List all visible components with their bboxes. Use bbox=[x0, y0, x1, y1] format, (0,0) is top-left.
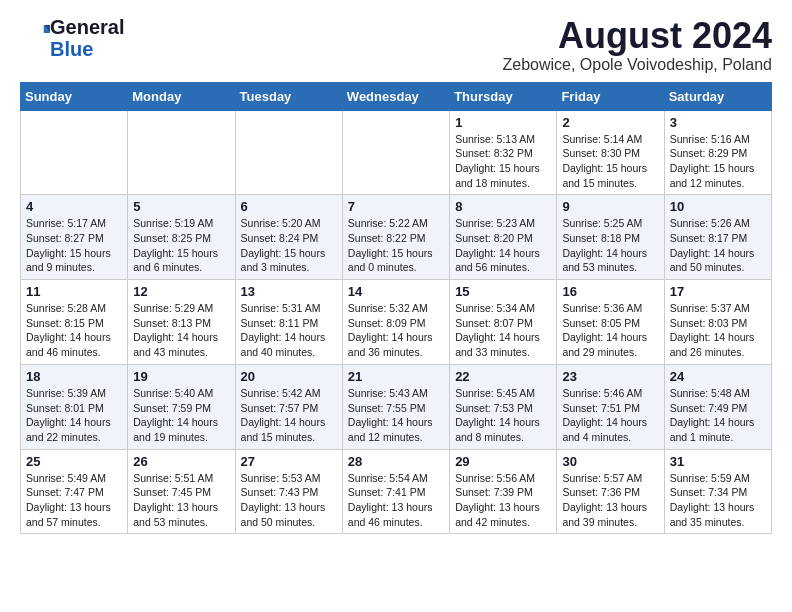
day-cell-25: 25Sunrise: 5:49 AM Sunset: 7:47 PM Dayli… bbox=[21, 449, 128, 534]
day-number: 12 bbox=[133, 284, 229, 299]
day-cell-22: 22Sunrise: 5:45 AM Sunset: 7:53 PM Dayli… bbox=[450, 364, 557, 449]
day-number: 30 bbox=[562, 454, 658, 469]
day-info: Sunrise: 5:36 AM Sunset: 8:05 PM Dayligh… bbox=[562, 301, 658, 360]
day-info: Sunrise: 5:20 AM Sunset: 8:24 PM Dayligh… bbox=[241, 216, 337, 275]
calendar-header-row: SundayMondayTuesdayWednesdayThursdayFrid… bbox=[21, 82, 772, 110]
day-number: 11 bbox=[26, 284, 122, 299]
col-header-tuesday: Tuesday bbox=[235, 82, 342, 110]
day-number: 19 bbox=[133, 369, 229, 384]
calendar-week-1: 1Sunrise: 5:13 AM Sunset: 8:32 PM Daylig… bbox=[21, 110, 772, 195]
day-cell-10: 10Sunrise: 5:26 AM Sunset: 8:17 PM Dayli… bbox=[664, 195, 771, 280]
day-number: 28 bbox=[348, 454, 444, 469]
day-cell-9: 9Sunrise: 5:25 AM Sunset: 8:18 PM Daylig… bbox=[557, 195, 664, 280]
day-info: Sunrise: 5:23 AM Sunset: 8:20 PM Dayligh… bbox=[455, 216, 551, 275]
day-info: Sunrise: 5:29 AM Sunset: 8:13 PM Dayligh… bbox=[133, 301, 229, 360]
day-cell-19: 19Sunrise: 5:40 AM Sunset: 7:59 PM Dayli… bbox=[128, 364, 235, 449]
day-info: Sunrise: 5:56 AM Sunset: 7:39 PM Dayligh… bbox=[455, 471, 551, 530]
day-info: Sunrise: 5:48 AM Sunset: 7:49 PM Dayligh… bbox=[670, 386, 766, 445]
day-info: Sunrise: 5:19 AM Sunset: 8:25 PM Dayligh… bbox=[133, 216, 229, 275]
day-number: 4 bbox=[26, 199, 122, 214]
day-info: Sunrise: 5:32 AM Sunset: 8:09 PM Dayligh… bbox=[348, 301, 444, 360]
day-number: 5 bbox=[133, 199, 229, 214]
day-cell-7: 7Sunrise: 5:22 AM Sunset: 8:22 PM Daylig… bbox=[342, 195, 449, 280]
col-header-thursday: Thursday bbox=[450, 82, 557, 110]
empty-cell bbox=[235, 110, 342, 195]
page: General Blue August 2024 Zebowice, Opole… bbox=[0, 0, 792, 550]
calendar-title: August 2024 bbox=[502, 16, 772, 56]
day-number: 6 bbox=[241, 199, 337, 214]
day-cell-30: 30Sunrise: 5:57 AM Sunset: 7:36 PM Dayli… bbox=[557, 449, 664, 534]
calendar-subtitle: Zebowice, Opole Voivodeship, Poland bbox=[502, 56, 772, 74]
day-cell-12: 12Sunrise: 5:29 AM Sunset: 8:13 PM Dayli… bbox=[128, 280, 235, 365]
day-number: 24 bbox=[670, 369, 766, 384]
day-number: 16 bbox=[562, 284, 658, 299]
day-number: 25 bbox=[26, 454, 122, 469]
day-number: 15 bbox=[455, 284, 551, 299]
day-cell-23: 23Sunrise: 5:46 AM Sunset: 7:51 PM Dayli… bbox=[557, 364, 664, 449]
day-number: 29 bbox=[455, 454, 551, 469]
day-info: Sunrise: 5:51 AM Sunset: 7:45 PM Dayligh… bbox=[133, 471, 229, 530]
day-number: 21 bbox=[348, 369, 444, 384]
day-number: 18 bbox=[26, 369, 122, 384]
day-cell-13: 13Sunrise: 5:31 AM Sunset: 8:11 PM Dayli… bbox=[235, 280, 342, 365]
day-info: Sunrise: 5:46 AM Sunset: 7:51 PM Dayligh… bbox=[562, 386, 658, 445]
day-number: 3 bbox=[670, 115, 766, 130]
day-cell-24: 24Sunrise: 5:48 AM Sunset: 7:49 PM Dayli… bbox=[664, 364, 771, 449]
day-info: Sunrise: 5:54 AM Sunset: 7:41 PM Dayligh… bbox=[348, 471, 444, 530]
calendar-week-5: 25Sunrise: 5:49 AM Sunset: 7:47 PM Dayli… bbox=[21, 449, 772, 534]
day-info: Sunrise: 5:16 AM Sunset: 8:29 PM Dayligh… bbox=[670, 132, 766, 191]
day-cell-11: 11Sunrise: 5:28 AM Sunset: 8:15 PM Dayli… bbox=[21, 280, 128, 365]
logo-icon bbox=[22, 22, 50, 50]
col-header-sunday: Sunday bbox=[21, 82, 128, 110]
calendar-table: SundayMondayTuesdayWednesdayThursdayFrid… bbox=[20, 82, 772, 535]
day-info: Sunrise: 5:40 AM Sunset: 7:59 PM Dayligh… bbox=[133, 386, 229, 445]
calendar-week-3: 11Sunrise: 5:28 AM Sunset: 8:15 PM Dayli… bbox=[21, 280, 772, 365]
day-cell-8: 8Sunrise: 5:23 AM Sunset: 8:20 PM Daylig… bbox=[450, 195, 557, 280]
calendar-week-4: 18Sunrise: 5:39 AM Sunset: 8:01 PM Dayli… bbox=[21, 364, 772, 449]
day-cell-20: 20Sunrise: 5:42 AM Sunset: 7:57 PM Dayli… bbox=[235, 364, 342, 449]
day-info: Sunrise: 5:45 AM Sunset: 7:53 PM Dayligh… bbox=[455, 386, 551, 445]
day-cell-4: 4Sunrise: 5:17 AM Sunset: 8:27 PM Daylig… bbox=[21, 195, 128, 280]
day-number: 20 bbox=[241, 369, 337, 384]
day-info: Sunrise: 5:53 AM Sunset: 7:43 PM Dayligh… bbox=[241, 471, 337, 530]
day-info: Sunrise: 5:34 AM Sunset: 8:07 PM Dayligh… bbox=[455, 301, 551, 360]
day-number: 8 bbox=[455, 199, 551, 214]
day-info: Sunrise: 5:59 AM Sunset: 7:34 PM Dayligh… bbox=[670, 471, 766, 530]
day-number: 23 bbox=[562, 369, 658, 384]
day-cell-21: 21Sunrise: 5:43 AM Sunset: 7:55 PM Dayli… bbox=[342, 364, 449, 449]
day-info: Sunrise: 5:28 AM Sunset: 8:15 PM Dayligh… bbox=[26, 301, 122, 360]
day-number: 7 bbox=[348, 199, 444, 214]
col-header-saturday: Saturday bbox=[664, 82, 771, 110]
day-info: Sunrise: 5:17 AM Sunset: 8:27 PM Dayligh… bbox=[26, 216, 122, 275]
day-number: 1 bbox=[455, 115, 551, 130]
day-info: Sunrise: 5:39 AM Sunset: 8:01 PM Dayligh… bbox=[26, 386, 122, 445]
empty-cell bbox=[21, 110, 128, 195]
day-info: Sunrise: 5:43 AM Sunset: 7:55 PM Dayligh… bbox=[348, 386, 444, 445]
day-number: 2 bbox=[562, 115, 658, 130]
day-cell-5: 5Sunrise: 5:19 AM Sunset: 8:25 PM Daylig… bbox=[128, 195, 235, 280]
day-cell-15: 15Sunrise: 5:34 AM Sunset: 8:07 PM Dayli… bbox=[450, 280, 557, 365]
day-number: 26 bbox=[133, 454, 229, 469]
day-number: 17 bbox=[670, 284, 766, 299]
day-number: 10 bbox=[670, 199, 766, 214]
logo-blue: Blue bbox=[50, 38, 93, 60]
day-info: Sunrise: 5:37 AM Sunset: 8:03 PM Dayligh… bbox=[670, 301, 766, 360]
title-area: August 2024 Zebowice, Opole Voivodeship,… bbox=[502, 16, 772, 74]
day-cell-2: 2Sunrise: 5:14 AM Sunset: 8:30 PM Daylig… bbox=[557, 110, 664, 195]
logo-general: General bbox=[50, 16, 124, 38]
day-info: Sunrise: 5:57 AM Sunset: 7:36 PM Dayligh… bbox=[562, 471, 658, 530]
col-header-monday: Monday bbox=[128, 82, 235, 110]
day-info: Sunrise: 5:22 AM Sunset: 8:22 PM Dayligh… bbox=[348, 216, 444, 275]
day-cell-28: 28Sunrise: 5:54 AM Sunset: 7:41 PM Dayli… bbox=[342, 449, 449, 534]
day-cell-14: 14Sunrise: 5:32 AM Sunset: 8:09 PM Dayli… bbox=[342, 280, 449, 365]
day-info: Sunrise: 5:13 AM Sunset: 8:32 PM Dayligh… bbox=[455, 132, 551, 191]
day-cell-18: 18Sunrise: 5:39 AM Sunset: 8:01 PM Dayli… bbox=[21, 364, 128, 449]
day-cell-26: 26Sunrise: 5:51 AM Sunset: 7:45 PM Dayli… bbox=[128, 449, 235, 534]
day-cell-17: 17Sunrise: 5:37 AM Sunset: 8:03 PM Dayli… bbox=[664, 280, 771, 365]
day-info: Sunrise: 5:14 AM Sunset: 8:30 PM Dayligh… bbox=[562, 132, 658, 191]
col-header-wednesday: Wednesday bbox=[342, 82, 449, 110]
day-number: 13 bbox=[241, 284, 337, 299]
day-info: Sunrise: 5:31 AM Sunset: 8:11 PM Dayligh… bbox=[241, 301, 337, 360]
day-info: Sunrise: 5:42 AM Sunset: 7:57 PM Dayligh… bbox=[241, 386, 337, 445]
empty-cell bbox=[128, 110, 235, 195]
